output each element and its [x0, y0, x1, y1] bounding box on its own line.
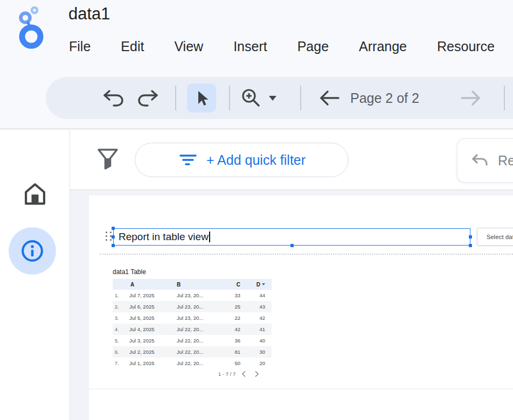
- table-row: 6.Jul 2, 2025Jul 22, 20...8130: [113, 346, 272, 358]
- text-caret: [209, 232, 210, 242]
- table-cell: 50: [225, 360, 240, 366]
- sidebar-item-info[interactable]: [9, 227, 56, 275]
- table-body: 1.Jul 7, 2025Jul 23, 20...33442.Jul 6, 2…: [113, 290, 272, 369]
- column-header-d[interactable]: D: [240, 282, 265, 288]
- next-page-button[interactable]: [460, 89, 482, 107]
- table-cell: 33: [225, 292, 240, 298]
- report-title[interactable]: data1: [68, 4, 110, 24]
- table-cell: Jul 23, 20...: [175, 304, 225, 310]
- menu-edit[interactable]: Edit: [121, 39, 144, 54]
- menu-resource[interactable]: Resource: [437, 39, 495, 54]
- table-row: 2.Jul 6, 2025Jul 23, 20...2543: [113, 301, 272, 312]
- table-cell: 81: [225, 349, 240, 355]
- cursor-select-icon: [193, 89, 210, 107]
- looker-studio-logo-icon[interactable]: [14, 6, 51, 50]
- alignment-guide: [100, 254, 513, 255]
- table-cell: Jul 7, 2025: [128, 292, 175, 298]
- arrow-left-icon: [318, 89, 341, 107]
- select-date-range-button[interactable]: Select date range: [477, 228, 513, 246]
- table-cell: Jul 3, 2025: [128, 338, 175, 344]
- table-cell: 3.: [113, 316, 128, 321]
- table-title: data1 Table: [113, 268, 272, 276]
- table-cell: Jul 1, 2025: [128, 360, 175, 366]
- table-cell: Jul 6, 2025: [128, 304, 175, 310]
- toolbar-divider: [229, 86, 230, 110]
- selection-handle-bottom-right[interactable]: [469, 244, 472, 247]
- zoom-in-icon: [240, 87, 262, 109]
- table-cell: Jul 4, 2025: [128, 326, 175, 332]
- table-header-row: A B C D: [113, 279, 272, 290]
- undo-button[interactable]: [101, 87, 124, 109]
- table-cell: Jul 22, 20...: [175, 349, 225, 355]
- menu-arrange[interactable]: Arrange: [359, 39, 407, 54]
- table-cell: 42: [225, 326, 240, 332]
- selection-handle-bottom-left[interactable]: [112, 244, 115, 247]
- pagination-range: 1 - 7 / 7: [218, 371, 235, 377]
- report-canvas[interactable]: Report in table view Select date range d…: [70, 190, 513, 420]
- report-page[interactable]: Report in table view Select date range d…: [89, 195, 513, 420]
- filter-bar: + Add quick filter Reset: [0, 130, 513, 190]
- table-cell: 41: [240, 326, 265, 332]
- table-cell: 44: [240, 292, 265, 298]
- reset-label: Reset: [498, 153, 513, 169]
- table-cell: 40: [240, 338, 265, 344]
- table-cell: Jul 22, 20...: [175, 326, 225, 332]
- toolbar-divider: [175, 86, 176, 110]
- left-sidebar: [0, 130, 70, 420]
- table-cell: 20: [240, 360, 265, 366]
- add-quick-filter-label: + Add quick filter: [206, 152, 306, 168]
- zoom-tool-button[interactable]: [240, 87, 276, 109]
- page-bottom-boundary: [89, 389, 513, 389]
- toolbar-divider: [300, 86, 301, 110]
- sidebar-item-home[interactable]: [20, 179, 50, 209]
- table-cell: 1.: [113, 293, 128, 298]
- table-cell: 42: [240, 315, 265, 321]
- previous-page-button[interactable]: [318, 89, 341, 107]
- menu-insert[interactable]: Insert: [233, 39, 267, 54]
- app-header: data1 File Edit View Insert Page Arrange…: [0, 0, 513, 129]
- table-cell: 36: [225, 338, 240, 344]
- funnel-icon: [96, 147, 120, 172]
- menu-view[interactable]: View: [174, 39, 203, 54]
- table-row: 4.Jul 4, 2025Jul 22, 20...4241: [113, 324, 272, 335]
- selection-handle-mid-left[interactable]: [112, 235, 115, 239]
- table-cell: Jul 2, 2025: [128, 349, 175, 355]
- toolbar: Page 2 of 2: [46, 77, 513, 119]
- page-indicator: Page 2 of 2: [350, 90, 419, 106]
- table-cell: 43: [240, 304, 265, 310]
- table-cell: Jul 22, 20...: [175, 338, 225, 344]
- redo-icon: [137, 87, 160, 109]
- menu-file[interactable]: File: [69, 39, 91, 54]
- table-row: 7.Jul 1, 2025Jul 22, 20...5020: [113, 358, 272, 369]
- zoom-dropdown-caret-icon: [269, 96, 276, 101]
- selection-handle-mid-right[interactable]: [469, 235, 472, 239]
- add-quick-filter-button[interactable]: + Add quick filter: [135, 143, 349, 177]
- redo-button[interactable]: [137, 87, 160, 109]
- table-row: 3.Jul 5, 2025Jul 23, 20...2242: [113, 312, 272, 324]
- table-cell: 25: [225, 304, 240, 310]
- table-cell: Jul 23, 20...: [175, 315, 225, 321]
- table-cell: 30: [240, 349, 265, 355]
- arrow-right-icon: [460, 89, 482, 107]
- reset-button[interactable]: Reset: [457, 138, 513, 183]
- menu-page[interactable]: Page: [297, 39, 329, 54]
- column-header-a[interactable]: A: [128, 282, 175, 288]
- select-tool-button[interactable]: [187, 83, 216, 113]
- column-header-b[interactable]: B: [175, 282, 225, 288]
- pagination-next-icon[interactable]: [254, 370, 259, 377]
- table-row: 1.Jul 7, 2025Jul 23, 20...3344: [113, 290, 272, 301]
- textbox-component[interactable]: Report in table view: [113, 228, 470, 246]
- table-cell: Jul 23, 20...: [175, 292, 225, 298]
- column-header-c[interactable]: C: [225, 282, 240, 288]
- toolbar-divider: [504, 86, 505, 110]
- table-component[interactable]: data1 Table A B C D 1.Jul 7, 2025Jul 23,…: [113, 268, 272, 380]
- selection-handle-bottom-center[interactable]: [290, 244, 294, 247]
- reset-undo-icon: [470, 152, 490, 169]
- textbox-text[interactable]: Report in table view: [114, 229, 470, 244]
- table-cell: 2.: [113, 304, 128, 310]
- table-cell: 5.: [113, 338, 128, 344]
- pagination-prev-icon[interactable]: [241, 370, 246, 377]
- selection-handle-top-left[interactable]: [112, 227, 115, 230]
- table-cell: 6.: [113, 349, 128, 355]
- sort-desc-icon: [262, 283, 265, 285]
